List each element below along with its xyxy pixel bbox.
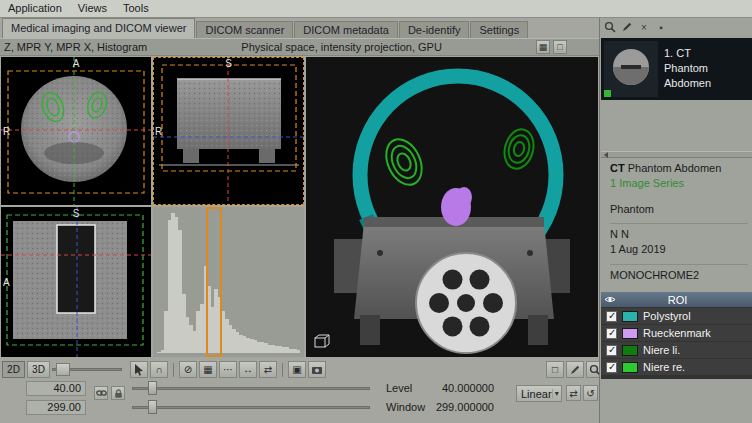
visibility-eye-icon bbox=[604, 294, 616, 306]
viewer-column: Medical imaging and DICOM viewer DICOM s… bbox=[0, 18, 599, 423]
tab-medical-imaging-viewer[interactable]: Medical imaging and DICOM viewer bbox=[2, 18, 195, 38]
edit-icon[interactable] bbox=[620, 20, 634, 34]
sagittal-slice-image bbox=[1, 207, 151, 357]
viewport-histogram[interactable] bbox=[153, 207, 304, 357]
window-slider[interactable] bbox=[132, 399, 370, 416]
level-slider-handle[interactable] bbox=[148, 381, 157, 395]
orientation-label-anterior: A bbox=[73, 58, 80, 69]
toolbar-separator bbox=[173, 363, 174, 377]
viewport-axial[interactable]: A R bbox=[1, 57, 151, 205]
orientation-label-superior: S bbox=[73, 208, 80, 219]
viewport-3d[interactable] bbox=[306, 57, 598, 357]
scroll-left-icon[interactable] bbox=[604, 152, 608, 158]
mode-3d-button[interactable]: 3D bbox=[27, 361, 50, 378]
study-date: 1 Aug 2019 bbox=[610, 243, 748, 256]
clipping-box-icon[interactable] bbox=[311, 332, 333, 350]
pin-icon[interactable]: ▪ bbox=[654, 20, 668, 34]
menu-tools[interactable]: Tools bbox=[115, 1, 157, 16]
slider-handle[interactable] bbox=[56, 363, 70, 376]
menu-application[interactable]: Application bbox=[0, 1, 70, 16]
search-icon[interactable] bbox=[603, 20, 617, 34]
opacity-slider[interactable] bbox=[52, 361, 122, 378]
photometric-interpretation: MONOCHROME2 bbox=[610, 269, 748, 282]
roi-label: Rueckenmark bbox=[643, 327, 711, 339]
pan-tool-icon[interactable]: ↔ bbox=[239, 361, 257, 378]
mode-2d-button[interactable]: 2D bbox=[2, 361, 25, 378]
crosshair-off-icon[interactable]: ⊘ bbox=[179, 361, 197, 378]
layout-description: Z, MPR Y, MPR X, Histogram bbox=[4, 41, 147, 53]
slider-groove bbox=[132, 387, 370, 390]
series-title: Phantom Abdomen bbox=[628, 162, 722, 174]
magnet-tool-icon[interactable]: ∩ bbox=[150, 361, 168, 378]
window-row: 299.00 Window 299.000000 bbox=[0, 399, 599, 417]
menubar: Application Views Tools bbox=[0, 0, 752, 18]
roi-visibility-checkbox[interactable] bbox=[606, 345, 617, 356]
level-slider[interactable] bbox=[132, 380, 370, 397]
roi-color-swatch[interactable] bbox=[622, 328, 638, 339]
roi-color-swatch[interactable] bbox=[622, 311, 638, 322]
roi-row-niere-re[interactable]: Niere re. bbox=[601, 359, 752, 375]
series-list-item[interactable]: 1. CT Phantom Abdomen bbox=[601, 38, 752, 100]
layout-icon[interactable]: ▦ bbox=[199, 361, 217, 378]
viewport-coronal[interactable]: S R bbox=[153, 57, 304, 205]
chevron-down-icon: ▾ bbox=[552, 389, 561, 398]
modality-label: CT bbox=[610, 162, 625, 174]
tab-dicom-metadata[interactable]: DICOM metadata bbox=[294, 21, 398, 38]
series-thumbnail[interactable] bbox=[604, 41, 658, 97]
roi-panel: ROI Polystyrol Rueckenmark Niere li. Ni bbox=[601, 292, 752, 379]
lock-wl-icon[interactable] bbox=[111, 386, 125, 400]
level-row: 40.00 Level 40.000000 bbox=[0, 380, 599, 398]
close-icon[interactable]: × bbox=[637, 20, 651, 34]
roi-row-polystyrol[interactable]: Polystyrol bbox=[601, 308, 752, 324]
roi-visibility-checkbox[interactable] bbox=[606, 362, 617, 373]
roi-label: Niere re. bbox=[643, 361, 685, 373]
roi-label: Niere li. bbox=[643, 344, 680, 356]
orientation-label-right: R bbox=[3, 126, 10, 137]
viewport-grid: A R bbox=[0, 56, 599, 358]
roi-visibility-checkbox[interactable] bbox=[606, 328, 617, 339]
roi-color-swatch[interactable] bbox=[622, 345, 638, 356]
patient-name: N N bbox=[610, 228, 748, 241]
window-value-field[interactable]: 299.00 bbox=[26, 400, 86, 415]
roi-color-swatch[interactable] bbox=[622, 362, 638, 373]
viewer-toolbar: 2D 3D ∩ ⊘ ▦ ⋯ ↔ ⇄ ▣ bbox=[0, 360, 599, 379]
reset-wl-icon[interactable]: ↺ bbox=[583, 385, 598, 401]
roi-row-niere-li[interactable]: Niere li. bbox=[601, 342, 752, 358]
fullscreen-icon[interactable]: □ bbox=[553, 40, 567, 54]
more-options-icon[interactable]: ⋯ bbox=[219, 361, 237, 378]
invert-lut-icon[interactable]: ⇄ bbox=[566, 385, 581, 401]
lut-dropdown[interactable]: Linear ▾ bbox=[516, 385, 562, 402]
pointer-tool-icon[interactable] bbox=[130, 361, 148, 378]
lut-selected-value: Linear bbox=[517, 388, 552, 400]
render-description: Physical space, intensity projection, GP… bbox=[147, 41, 536, 53]
layout-grid-icon[interactable]: ▦ bbox=[536, 40, 550, 54]
orientation-label-superior: S bbox=[225, 58, 232, 69]
tab-dicom-scanner[interactable]: DICOM scanner bbox=[196, 21, 293, 38]
viewport-sagittal[interactable]: S A bbox=[1, 207, 151, 357]
tab-de-identify[interactable]: De-identify bbox=[399, 21, 470, 38]
series-label: 1. CT Phantom Abdomen bbox=[664, 46, 752, 91]
panel-splitter[interactable] bbox=[601, 151, 752, 158]
menu-views[interactable]: Views bbox=[70, 1, 115, 16]
roi-visibility-checkbox[interactable] bbox=[606, 311, 617, 322]
tab-settings[interactable]: Settings bbox=[470, 21, 528, 38]
series-subtitle: 1 Image Series bbox=[610, 177, 748, 190]
application-window: Application Views Tools Medical imaging … bbox=[0, 0, 752, 423]
divider bbox=[610, 223, 748, 224]
pen-tool-icon[interactable] bbox=[566, 361, 584, 378]
sync-views-icon[interactable]: ⇄ bbox=[259, 361, 277, 378]
histogram-selection[interactable] bbox=[206, 207, 222, 357]
coronal-slice-image bbox=[153, 57, 304, 205]
viewer-header: Z, MPR Y, MPR X, Histogram Physical spac… bbox=[0, 38, 599, 56]
link-wl-icon[interactable] bbox=[94, 386, 108, 400]
orientation-label-right: R bbox=[155, 126, 162, 137]
volume-rendering bbox=[306, 57, 598, 357]
rect-select-icon[interactable]: □ bbox=[546, 361, 564, 378]
orientation-label-anterior: A bbox=[3, 277, 10, 288]
crop-tool-icon[interactable]: ▣ bbox=[288, 361, 306, 378]
screenshot-icon[interactable] bbox=[308, 361, 326, 378]
roi-row-rueckenmark[interactable]: Rueckenmark bbox=[601, 325, 752, 341]
window-readout: 299.000000 bbox=[414, 401, 494, 413]
window-slider-handle[interactable] bbox=[148, 400, 157, 414]
level-value-field[interactable]: 40.00 bbox=[26, 381, 86, 396]
